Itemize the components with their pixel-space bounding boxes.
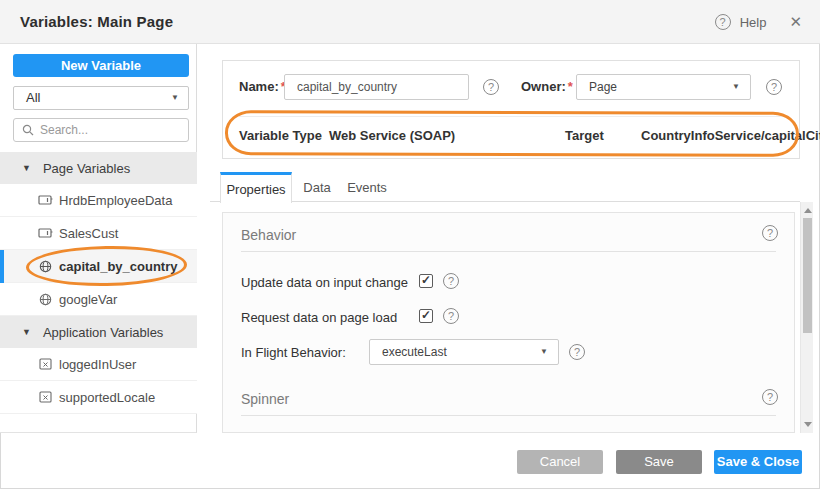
request-on-page-load-label: Request data on page load	[241, 310, 397, 325]
scroll-thumb[interactable]	[803, 218, 812, 333]
sidebar-item-supportedlocale[interactable]: supportedLocale	[0, 381, 197, 414]
tab-properties[interactable]: Properties	[220, 172, 292, 203]
divider	[241, 415, 776, 416]
update-on-input-change-label: Update data on input change	[241, 275, 408, 290]
name-help-icon[interactable]: ?	[483, 79, 499, 95]
sidebar-item-loggedinuser[interactable]: loggedInUser	[0, 348, 197, 381]
behavior-section-title: Behavior	[241, 227, 296, 243]
request-on-page-load-help-icon[interactable]: ?	[443, 308, 459, 324]
service-variable-icon	[38, 194, 53, 206]
search-box	[13, 118, 189, 142]
cancel-button[interactable]: Cancel	[517, 450, 603, 474]
divider	[239, 116, 783, 117]
sidebar-item-googlevar[interactable]: googleVar	[0, 283, 197, 316]
target-value: CountryInfoService/capitalCity	[641, 128, 820, 143]
owner-selected-value: Page	[589, 80, 617, 94]
update-on-input-change-checkbox[interactable]: ✓	[419, 274, 433, 288]
close-icon[interactable]: ✕	[789, 13, 802, 31]
target-label: Target	[565, 128, 604, 143]
help-link[interactable]: Help	[740, 15, 767, 30]
properties-panel: Behavior ? Update data on input change ✓…	[222, 212, 795, 433]
scroll-down-icon[interactable]	[804, 422, 812, 427]
header-actions: ? Help ✕	[715, 0, 802, 44]
variable-type-value: Web Service (SOAP)	[329, 128, 455, 143]
search-input[interactable]	[40, 123, 180, 137]
tab-events[interactable]: Events	[342, 172, 392, 202]
chevron-down-icon: ▼	[171, 87, 179, 109]
sidebar-item-capital-by-country[interactable]: capital_by_country	[0, 250, 197, 283]
new-variable-button[interactable]: New Variable	[13, 54, 189, 77]
owner-label: Owner:*	[521, 79, 573, 94]
save-and-close-button[interactable]: Save & Close	[714, 450, 802, 474]
chevron-down-icon: ▼	[540, 341, 548, 363]
request-on-page-load-checkbox[interactable]: ✓	[419, 309, 433, 323]
service-variable-icon	[38, 227, 53, 239]
owner-help-icon[interactable]: ?	[766, 79, 782, 95]
update-on-input-change-help-icon[interactable]: ?	[443, 273, 459, 289]
save-button[interactable]: Save	[616, 450, 702, 474]
page-title: Variables: Main Page	[20, 13, 173, 30]
in-flight-behavior-select[interactable]: executeLast ▼	[369, 339, 559, 365]
help-icon[interactable]: ?	[715, 14, 731, 30]
variable-type-label: Variable Type	[239, 128, 322, 143]
in-flight-behavior-help-icon[interactable]: ?	[569, 344, 585, 360]
variable-filter-select[interactable]: All ▼	[13, 86, 189, 110]
model-variable-icon	[38, 391, 53, 403]
spinner-section-title: Spinner	[241, 391, 289, 407]
selected-indicator	[0, 250, 4, 283]
group-application-variables[interactable]: ▼ Application Variables	[0, 316, 197, 348]
model-variable-icon	[38, 358, 53, 370]
filter-selected-value: All	[26, 90, 40, 105]
dialog-header: Variables: Main Page ? Help ✕	[0, 0, 820, 44]
web-service-icon	[38, 260, 53, 273]
scroll-up-icon[interactable]	[804, 208, 812, 213]
sidebar-item-hrdbemployeedata[interactable]: HrdbEmployeeData	[0, 184, 197, 217]
variable-summary-box: Name:* ? Owner:* Page ▼ ? Variable Type …	[222, 60, 800, 159]
divider	[241, 251, 776, 252]
variables-dialog: Variables: Main Page ? Help ✕ New Variab…	[0, 0, 820, 489]
name-label: Name:*	[239, 79, 286, 94]
check-icon: ✓	[421, 273, 431, 287]
variables-sidebar: New Variable All ▼ ▼ Page Variables Hrdb…	[0, 44, 197, 433]
required-asterisk: *	[568, 79, 573, 94]
in-flight-behavior-label: In Flight Behavior:	[241, 345, 346, 360]
sidebar-item-salescust[interactable]: SalesCust	[0, 217, 197, 250]
name-input[interactable]	[284, 74, 469, 100]
web-service-icon	[38, 293, 53, 306]
properties-scrollbar[interactable]	[800, 202, 813, 433]
behavior-help-icon[interactable]: ?	[762, 225, 778, 241]
chevron-down-icon: ▼	[732, 76, 740, 98]
spinner-help-icon[interactable]: ?	[762, 389, 778, 405]
check-icon: ✓	[421, 308, 431, 322]
tab-data[interactable]: Data	[296, 172, 338, 202]
group-page-variables[interactable]: ▼ Page Variables	[0, 152, 197, 184]
caret-down-icon: ▼	[22, 157, 31, 179]
in-flight-selected-value: executeLast	[382, 345, 447, 359]
search-icon	[22, 124, 34, 136]
owner-select[interactable]: Page ▼	[576, 74, 751, 100]
caret-down-icon: ▼	[22, 321, 31, 343]
